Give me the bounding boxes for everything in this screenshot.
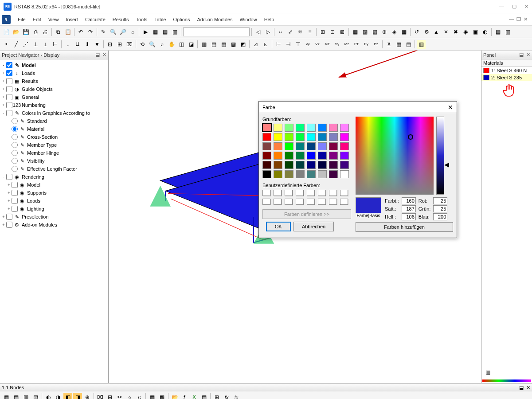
- material-item[interactable]: 1: Steel S 460 N: [481, 67, 532, 74]
- t2-cube-icon[interactable]: ◫: [177, 40, 186, 49]
- t2-k-icon[interactable]: ⊡: [106, 40, 114, 49]
- tree-node-material[interactable]: ✎Material: [1, 125, 107, 133]
- cancel-button[interactable]: Abbrechen: [293, 222, 334, 231]
- tbl-p-icon[interactable]: ▩: [157, 393, 166, 399]
- tbl-h-icon[interactable]: ◨: [73, 393, 82, 399]
- t2-vz-icon[interactable]: Vz: [313, 40, 322, 49]
- menu-tools[interactable]: Tools: [132, 15, 151, 24]
- t2-rot-icon[interactable]: ⟲: [138, 40, 147, 49]
- tree-node-rendering[interactable]: -◉Rendering: [1, 173, 107, 181]
- blue-input[interactable]: [433, 213, 447, 220]
- tbl-b-icon[interactable]: ▤: [12, 393, 20, 399]
- color-swatch[interactable]: [296, 152, 305, 160]
- custom-swatch[interactable]: [285, 190, 293, 196]
- color-swatch[interactable]: [262, 161, 271, 169]
- red-input[interactable]: [433, 197, 447, 204]
- color-swatch[interactable]: [307, 152, 316, 160]
- panel-mode-icon[interactable]: ▥: [483, 368, 492, 377]
- tool-k-icon[interactable]: ◈: [390, 27, 399, 36]
- lum-pointer-icon[interactable]: ◀: [444, 161, 449, 168]
- tbl-d-icon[interactable]: ▧: [31, 393, 40, 399]
- tree-node-model[interactable]: +◉Model: [1, 181, 107, 189]
- color-swatch[interactable]: [329, 124, 338, 132]
- tbl-fx-icon[interactable]: fx: [222, 393, 231, 399]
- color-swatch[interactable]: [329, 133, 338, 141]
- color-crosshair-icon[interactable]: [408, 134, 413, 140]
- tree-node-results[interactable]: +▦Results: [1, 77, 107, 85]
- t2-d-icon[interactable]: ⊥: [31, 40, 40, 49]
- select-icon[interactable]: ✎: [99, 27, 108, 36]
- tree-node-visibility[interactable]: ✎Visibility: [1, 157, 107, 165]
- tool-r-icon[interactable]: ◉: [461, 27, 470, 36]
- green-input[interactable]: [433, 205, 447, 212]
- tree-node-numbering[interactable]: +123Numbering: [1, 101, 107, 109]
- color-swatch[interactable]: [296, 133, 305, 141]
- color-swatch[interactable]: [285, 152, 293, 160]
- custom-swatch[interactable]: [329, 199, 337, 205]
- color-swatch[interactable]: [285, 161, 293, 169]
- t2-e-icon[interactable]: ⟂: [41, 40, 50, 49]
- t2-mt-icon[interactable]: MT: [323, 40, 332, 49]
- color-swatch[interactable]: [274, 161, 282, 169]
- tool-j-icon[interactable]: ⊕: [380, 27, 389, 36]
- t2-vy-icon[interactable]: Vy: [303, 40, 312, 49]
- menu-edit[interactable]: Edit: [29, 15, 45, 24]
- t2-a-icon[interactable]: •: [2, 40, 11, 49]
- saveall-icon[interactable]: ⎙: [31, 27, 40, 36]
- color-swatch[interactable]: [329, 161, 338, 169]
- sat-input[interactable]: [402, 205, 416, 212]
- t2-res1-icon[interactable]: ⊿: [251, 40, 260, 49]
- tbl-e-icon[interactable]: ◐: [44, 393, 53, 399]
- color-swatch[interactable]: [262, 152, 271, 160]
- t2-pz-icon[interactable]: Pz: [372, 40, 380, 49]
- color-swatch[interactable]: [329, 152, 338, 160]
- menu-insert[interactable]: Insert: [62, 15, 82, 24]
- tbl-s-icon[interactable]: ▤: [200, 393, 208, 399]
- prev-icon[interactable]: ▷: [263, 27, 272, 36]
- t2-c-icon[interactable]: ⋰: [21, 40, 30, 49]
- color-swatch[interactable]: [285, 142, 293, 150]
- tree-node-guide-objects[interactable]: +◑Guide Objects: [1, 85, 107, 93]
- tbl-i-icon[interactable]: ⊕: [83, 393, 92, 399]
- t2-m1-icon[interactable]: ⊤: [293, 40, 302, 49]
- t2-mz-icon[interactable]: Mz: [342, 40, 351, 49]
- dialog-close-icon[interactable]: ✕: [448, 104, 453, 111]
- t2-p2-icon[interactable]: ▦: [394, 40, 403, 49]
- color-swatch[interactable]: [307, 124, 316, 132]
- menu-help[interactable]: Help: [261, 15, 278, 24]
- custom-swatch[interactable]: [307, 199, 315, 205]
- color-swatch[interactable]: [274, 152, 282, 160]
- navigator-tree[interactable]: -✎Model+↓Loads+▦Results+◑Guide Objects+▣…: [0, 59, 108, 383]
- t2-persp-icon[interactable]: ◪: [187, 40, 196, 49]
- hue-input[interactable]: [402, 197, 416, 204]
- first-icon[interactable]: ◁: [254, 27, 262, 36]
- t2-g-icon[interactable]: ↓: [63, 40, 72, 49]
- tbl-calc-icon[interactable]: ⊞: [212, 393, 221, 399]
- color-swatch[interactable]: [340, 170, 349, 178]
- custom-swatch[interactable]: [318, 199, 326, 205]
- tool-o-icon[interactable]: ▲: [432, 27, 441, 36]
- tbl-f-icon[interactable]: ◑: [54, 393, 63, 399]
- tool-v-icon[interactable]: ▥: [503, 27, 512, 36]
- tbl-g-icon[interactable]: ◧: [63, 393, 72, 399]
- color-swatch[interactable]: [296, 170, 305, 178]
- tbl-fx2-icon[interactable]: fx: [232, 393, 241, 399]
- t2-m-icon[interactable]: ⌧: [125, 40, 134, 49]
- tool-i-icon[interactable]: ▧: [370, 27, 379, 36]
- color-swatch[interactable]: [329, 142, 338, 150]
- add-color-button[interactable]: Farben hinzufügen: [356, 222, 453, 232]
- custom-swatch[interactable]: [340, 190, 348, 196]
- color-swatch[interactable]: [318, 133, 327, 141]
- define-colors-button[interactable]: Farben definieren >>: [262, 209, 351, 219]
- custom-swatch[interactable]: [262, 190, 270, 196]
- color-swatch[interactable]: [340, 133, 349, 141]
- tree-node-loads[interactable]: +↓Loads: [1, 69, 107, 77]
- undo-icon[interactable]: ↶: [76, 27, 85, 36]
- t2-view4-icon[interactable]: ▩: [229, 40, 238, 49]
- new-icon[interactable]: 📄: [2, 27, 11, 36]
- tool-f-icon[interactable]: ⊠: [338, 27, 347, 36]
- tbl-o-icon[interactable]: ▦: [148, 393, 156, 399]
- copy-icon[interactable]: ⧉: [54, 27, 63, 36]
- custom-swatch[interactable]: [307, 190, 315, 196]
- color-swatch[interactable]: [296, 124, 305, 132]
